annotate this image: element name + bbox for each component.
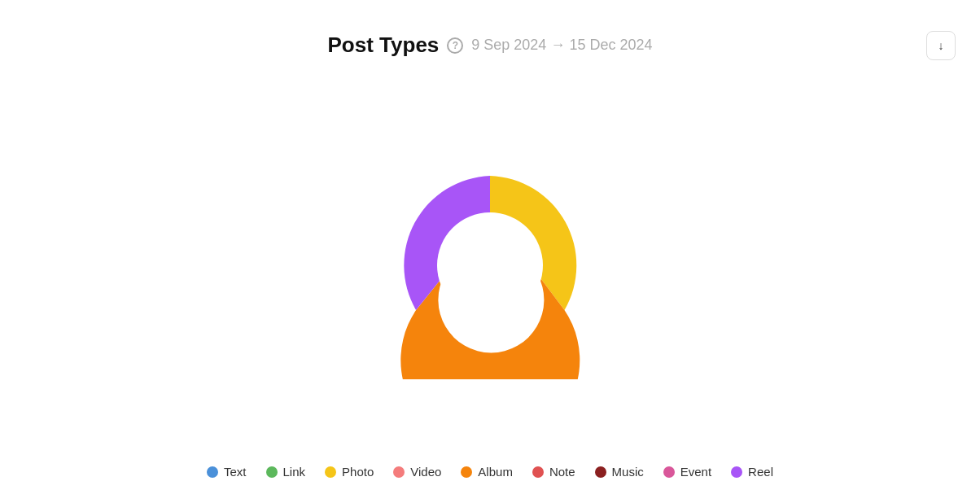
date-range: 9 Sep 2024 → 15 Dec 2024 bbox=[471, 37, 652, 54]
legend-label-link: Link bbox=[283, 465, 306, 479]
legend-label-note: Note bbox=[549, 465, 575, 479]
chart-container bbox=[376, 66, 604, 465]
legend-item-link: Link bbox=[266, 465, 306, 479]
legend-dot-reel bbox=[731, 466, 742, 478]
legend-dot-link bbox=[266, 466, 278, 478]
legend-dot-music bbox=[595, 466, 606, 478]
page-title: Post Types bbox=[328, 33, 440, 58]
download-button[interactable]: ↓ bbox=[926, 31, 956, 60]
legend-dot-text bbox=[207, 466, 218, 478]
donut-chart bbox=[376, 151, 604, 379]
legend-label-event: Event bbox=[680, 465, 711, 479]
download-icon: ↓ bbox=[938, 39, 944, 52]
legend-item-reel: Reel bbox=[731, 465, 773, 479]
legend-label-text: Text bbox=[224, 465, 247, 479]
legend-item-note: Note bbox=[532, 465, 575, 479]
legend-dot-event bbox=[663, 466, 675, 478]
legend-label-reel: Reel bbox=[748, 465, 773, 479]
legend-label-music: Music bbox=[612, 465, 644, 479]
legend-label-album: Album bbox=[478, 465, 513, 479]
legend-dot-album bbox=[461, 466, 472, 478]
legend-label-photo: Photo bbox=[342, 465, 374, 479]
legend-dot-photo bbox=[325, 466, 336, 478]
chart-legend: TextLinkPhotoVideoAlbumNoteMusicEventRee… bbox=[207, 465, 773, 479]
legend-item-album: Album bbox=[461, 465, 513, 479]
legend-item-text: Text bbox=[207, 465, 247, 479]
help-icon[interactable]: ? bbox=[447, 37, 463, 54]
legend-label-video: Video bbox=[410, 465, 441, 479]
legend-item-photo: Photo bbox=[325, 465, 374, 479]
page-header: Post Types ? 9 Sep 2024 → 15 Dec 2024 ↓ bbox=[0, 33, 980, 58]
legend-dot-video bbox=[393, 466, 405, 478]
donut-hole bbox=[437, 212, 543, 318]
legend-item-video: Video bbox=[393, 465, 441, 479]
legend-dot-note bbox=[532, 466, 544, 478]
legend-item-music: Music bbox=[595, 465, 644, 479]
legend-item-event: Event bbox=[663, 465, 711, 479]
